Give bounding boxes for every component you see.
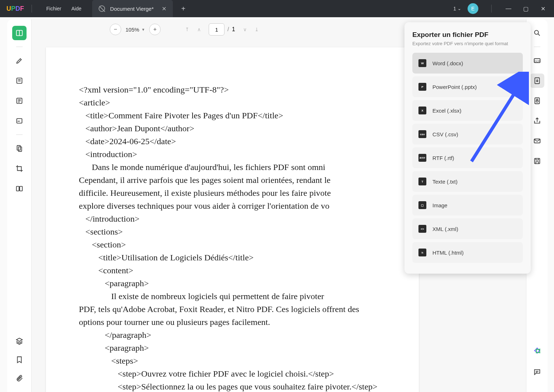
svg-rect-5: [18, 147, 22, 151]
page-separator: /: [227, 26, 229, 33]
export-option-label: PowerPoint (.pptx): [432, 84, 477, 90]
file-type-icon: X: [418, 106, 427, 115]
ai-icon[interactable]: [530, 345, 544, 359]
protect-icon[interactable]: [530, 94, 544, 108]
minimize-button[interactable]: —: [502, 4, 515, 14]
svg-rect-15: [534, 159, 540, 164]
file-type-icon: csv: [418, 130, 427, 138]
tab-close-button[interactable]: ✕: [159, 5, 166, 12]
export-option-xml-xml-[interactable]: <>XML (.xml): [412, 218, 523, 239]
export-option-label: Image: [432, 202, 448, 208]
blank-document-icon: [99, 5, 105, 12]
export-subtitle: Exportez votre PDF vers n'importe quel f…: [412, 41, 523, 46]
file-type-icon: <>: [418, 225, 427, 233]
svg-rect-13: [536, 100, 538, 102]
ocr-icon[interactable]: OCR: [530, 53, 544, 68]
export-title: Exporter un fichier PDF: [412, 31, 523, 39]
separator: [16, 134, 23, 135]
export-option-image[interactable]: ▢Image: [412, 195, 523, 216]
menu-file[interactable]: Fichier: [46, 6, 61, 11]
title-bar: UPDF Fichier Aide Document Vierge* ✕ + 1…: [0, 0, 554, 17]
new-tab-button[interactable]: +: [181, 5, 186, 13]
file-type-icon: P: [418, 82, 427, 91]
export-option-label: CSV (.csv): [432, 131, 458, 137]
export-option-rtf-rtf-[interactable]: RTFRTF (.rtf): [412, 147, 523, 168]
window-controls: 1 ⌄ E — ▢ ✕: [453, 3, 554, 14]
file-type-icon: RTF: [418, 154, 427, 162]
export-option-texte-txt-[interactable]: TTexte (.txt): [412, 171, 523, 192]
share-icon[interactable]: [530, 114, 544, 128]
file-type-icon: h: [418, 248, 427, 257]
app-logo: UPDF: [0, 5, 25, 13]
save-icon[interactable]: [530, 154, 544, 168]
chevron-down-icon: ▼: [141, 28, 145, 32]
chevron-down-icon: ⌄: [458, 6, 461, 11]
export-option-label: HTML (.html): [432, 250, 464, 256]
crop-icon[interactable]: [12, 161, 27, 176]
export-option-powerpoint-pptx-[interactable]: PPowerPoint (.pptx): [412, 76, 523, 97]
zoom-percent: 105%: [126, 27, 139, 33]
zoom-in-button[interactable]: +: [149, 24, 161, 35]
export-option-word-docx-[interactable]: WWord (.docx): [412, 53, 523, 74]
email-icon[interactable]: [530, 134, 544, 148]
compare-icon[interactable]: [12, 181, 27, 196]
sign-icon[interactable]: [12, 114, 27, 128]
reader-mode-icon[interactable]: [12, 26, 27, 40]
export-option-label: Texte (.txt): [432, 179, 458, 185]
page-input[interactable]: [209, 23, 224, 36]
zoom-controls: − 105% ▼ +: [110, 24, 161, 35]
comment-icon[interactable]: [530, 365, 544, 379]
avatar-letter: E: [471, 6, 474, 11]
search-icon[interactable]: [530, 26, 544, 40]
menu-bar: Fichier Aide: [38, 6, 81, 11]
svg-point-8: [534, 30, 538, 34]
menu-help[interactable]: Aide: [71, 6, 81, 11]
document-page: <?xml version="1.0" encoding="UTF-8"?> <…: [46, 47, 419, 392]
export-option-label: XML (.xml): [432, 226, 458, 232]
export-option-html-html-[interactable]: hHTML (.html): [412, 242, 523, 263]
left-sidebar: [7, 19, 32, 392]
tab-count-value: 1: [453, 6, 456, 11]
svg-text:OCR: OCR: [534, 60, 540, 63]
form-icon[interactable]: [12, 94, 27, 108]
layers-icon[interactable]: [12, 334, 27, 348]
tab-count[interactable]: 1 ⌄: [453, 6, 461, 11]
zoom-value[interactable]: 105% ▼: [126, 27, 145, 33]
svg-rect-7: [19, 186, 22, 191]
document-tab[interactable]: Document Vierge* ✕: [92, 0, 172, 17]
last-page-button[interactable]: ⤓: [255, 27, 259, 32]
export-option-excel-xlsx-[interactable]: XExcel (.xlsx): [412, 100, 523, 121]
export-option-label: RTF (.rtf): [432, 155, 454, 161]
edit-text-icon[interactable]: [12, 74, 27, 88]
maximize-button[interactable]: ▢: [519, 4, 532, 14]
next-page-button[interactable]: ∨: [243, 27, 247, 32]
organize-pages-icon[interactable]: [12, 141, 27, 156]
svg-rect-6: [16, 186, 19, 191]
user-avatar[interactable]: E: [468, 3, 478, 14]
separator: [534, 47, 540, 47]
export-icon[interactable]: [530, 74, 544, 88]
document-text: <?xml version="1.0" encoding="UTF-8"?> <…: [79, 83, 386, 392]
export-option-label: Excel (.xlsx): [432, 108, 461, 114]
first-page-button[interactable]: ⤒: [185, 27, 189, 32]
page-total: 1: [232, 26, 235, 33]
file-type-icon: ▢: [418, 201, 427, 209]
export-panel: Exporter un fichier PDF Exportez votre P…: [404, 22, 531, 274]
tab-title: Document Vierge*: [110, 6, 153, 12]
close-window-button[interactable]: ✕: [536, 4, 550, 14]
separator: [32, 5, 32, 13]
prev-page-button[interactable]: ∧: [197, 27, 201, 32]
file-type-icon: W: [418, 59, 427, 67]
export-option-csv-csv-[interactable]: csvCSV (.csv): [412, 124, 523, 145]
file-type-icon: T: [418, 177, 427, 186]
export-option-label: Word (.docx): [432, 60, 463, 66]
attachment-icon[interactable]: [12, 371, 27, 386]
separator: [16, 47, 23, 47]
zoom-out-button[interactable]: −: [110, 24, 121, 35]
highlighter-icon[interactable]: [12, 53, 27, 68]
bookmark-icon[interactable]: [12, 353, 27, 367]
page-nav: ⤒ ∧ / 1 ∨ ⤓: [185, 23, 259, 36]
separator: [491, 5, 492, 13]
